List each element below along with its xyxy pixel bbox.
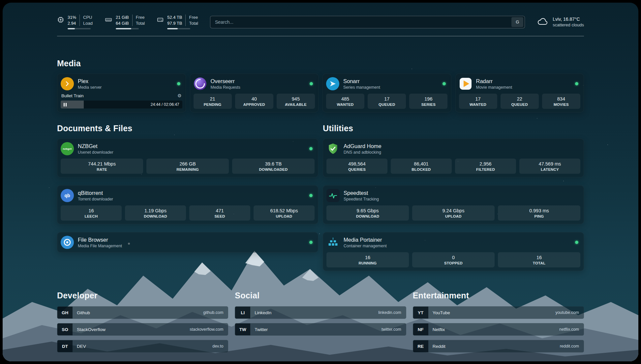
- bookmark-url: dev.to: [212, 340, 228, 352]
- bookmark-url: twitter.com: [382, 323, 406, 335]
- stat-value: 22: [502, 96, 537, 102]
- stat-label: AVAILABLE: [278, 103, 314, 106]
- qbittorrent-icon-text: qb: [64, 193, 70, 198]
- status-dot: [309, 194, 313, 197]
- stat-label: QUEUED: [502, 103, 537, 106]
- bookmark-url: stackoverflow.com: [190, 323, 228, 335]
- topbar-divider: [57, 36, 584, 36]
- plex-card[interactable]: Plex Media server Bullet Train ⚙ 24:44 /…: [57, 74, 186, 112]
- sonarr-card[interactable]: Sonarr Series management 485 WANTED 17 Q…: [322, 74, 451, 112]
- search-box: G: [210, 16, 525, 28]
- adguard-icon: [326, 142, 340, 155]
- stat-value: 471: [191, 208, 249, 213]
- stat-value: 266 GB: [148, 161, 228, 167]
- cpu-usage-bar: [68, 28, 91, 29]
- stat-value: 945: [278, 96, 314, 102]
- utilities-section-title: Utilities: [323, 124, 584, 133]
- app-subtitle: Media server: [78, 85, 102, 90]
- pause-icon[interactable]: [64, 103, 67, 106]
- bookmark-reddit[interactable]: RE Reddit reddit.com: [413, 340, 584, 352]
- documents-column: Documents & Files nzbget NZBGet Usenet d…: [57, 124, 318, 271]
- stat-label: FILTERED: [456, 167, 515, 171]
- gear-icon[interactable]: ⚙: [177, 93, 182, 98]
- speedtest-card[interactable]: Speedtest Speedtest Tracking 9.65 Gbps D…: [323, 185, 584, 224]
- search-input[interactable]: [210, 19, 511, 25]
- stat-value: 9.24 Gbps: [413, 208, 493, 213]
- developer-bookmarks: Developer GH Github github.com SO StackO…: [57, 291, 228, 352]
- system-widgets: 31% 2.94 CPU Load: [57, 15, 198, 29]
- search-engine-button[interactable]: G: [511, 17, 523, 27]
- stat-value: 16: [62, 208, 120, 213]
- status-dot: [309, 147, 313, 150]
- stat-label: SERIES: [411, 103, 446, 106]
- stat-label: RATE: [62, 167, 142, 171]
- app-name: Radarr: [476, 78, 512, 84]
- youtube-icon: YT: [413, 307, 428, 318]
- bookmark-netflix[interactable]: NF Netflix netflix.com: [413, 323, 584, 336]
- stat-value: 196: [411, 96, 446, 102]
- disk-widget: 52.4 TB 97.9 TB Free Total: [157, 15, 198, 29]
- stat-tile: 498,564 QUERIES: [326, 159, 387, 174]
- app-subtitle: Media File Management: [78, 244, 122, 248]
- stat-tile: 16 RUNNING: [326, 252, 409, 267]
- bookmark-name: Netflix: [428, 323, 560, 335]
- stat-value: 16: [328, 255, 408, 260]
- stat-tile: 16 TOTAL: [498, 252, 580, 267]
- bookmark-url: linkedin.com: [378, 307, 406, 318]
- adguard-card[interactable]: AdGuard Home DNS and adblocking 498,564 …: [323, 138, 584, 177]
- qbittorrent-card[interactable]: qb qBittorrent Torrent downloader 16 LEE…: [57, 185, 318, 224]
- nzbget-card[interactable]: nzbget NZBGet Usenet downloader 744.21 M…: [57, 138, 318, 177]
- bookmark-youtube[interactable]: YT YouTube youtube.com: [413, 306, 584, 319]
- stat-value: 16: [499, 255, 579, 260]
- github-icon: GH: [57, 307, 73, 318]
- app-name: Speedtest: [344, 190, 379, 196]
- stat-tile: 0 STOPPED: [412, 252, 495, 267]
- status-dot: [575, 82, 578, 85]
- plex-icon: [61, 77, 74, 90]
- bookmark-name: LinkedIn: [250, 307, 378, 318]
- bookmark-url: netflix.com: [559, 323, 584, 335]
- stat-label: WANTED: [460, 103, 496, 106]
- stat-value: 1.19 Gbps: [126, 208, 185, 213]
- overseerr-card[interactable]: Overseerr Media Requests 21 PENDING 40 A…: [190, 74, 319, 112]
- stat-tile: 22 QUEUED: [501, 94, 539, 109]
- app-subtitle: Container management: [344, 244, 387, 248]
- bookmark-github[interactable]: GH Github github.com: [57, 306, 228, 319]
- stat-value: 39.6 TB: [233, 161, 313, 167]
- filebrowser-card[interactable]: File Browser Media File Management: [57, 232, 318, 253]
- disk-total-value: 97.9 TB: [167, 20, 182, 26]
- bookmark-stackoverflow[interactable]: SO StackOverflow stackoverflow.com: [57, 323, 228, 336]
- stat-label: LATENCY: [521, 167, 579, 171]
- bookmark-twitter[interactable]: TW Twitter twitter.com: [235, 323, 406, 336]
- stat-label: LEECH: [62, 214, 120, 218]
- app-name: Sonarr: [343, 78, 380, 84]
- portainer-card[interactable]: Media Portainer Container management 16 …: [323, 232, 584, 271]
- bookmark-linkedin[interactable]: LI LinkedIn linkedin.com: [235, 306, 406, 319]
- stat-tile: 744.21 Mbps RATE: [61, 159, 143, 174]
- qbittorrent-icon: qb: [61, 189, 74, 202]
- ram-free-value: 21 GiB: [116, 15, 129, 20]
- status-dot: [443, 82, 446, 85]
- entertainment-bookmarks: Entertainment YT YouTube youtube.com NF …: [413, 291, 584, 352]
- cpu-load-label: Load: [83, 20, 93, 26]
- stat-label: QUERIES: [328, 167, 386, 171]
- sonarr-icon: [326, 77, 339, 90]
- reddit-icon: RE: [413, 340, 428, 352]
- bookmark-dev[interactable]: DT DEV dev.to: [57, 340, 228, 352]
- bookmark-name: Twitter: [250, 323, 382, 335]
- cpu-widget: 31% 2.94 CPU Load: [57, 15, 93, 29]
- stat-value: 0: [413, 255, 493, 260]
- bookmark-name: DEV: [73, 340, 212, 352]
- cpu-load-value: 2.94: [68, 20, 76, 26]
- bookmark-name: StackOverflow: [73, 323, 190, 335]
- app-name: File Browser: [78, 237, 122, 243]
- netflix-icon: NF: [413, 323, 428, 335]
- radarr-card[interactable]: Radarr Movie management 17 WANTED 22 QUE…: [455, 74, 584, 112]
- stat-label: REMAINING: [148, 167, 228, 171]
- playback-time: 24:44 / 02:06:47: [151, 102, 182, 107]
- playback-progress-bar[interactable]: 24:44 / 02:06:47: [61, 101, 182, 108]
- stat-value: 17: [460, 96, 496, 102]
- portainer-icon: [326, 236, 340, 249]
- radarr-icon: [459, 77, 472, 90]
- stat-tile: 0.993 ms PING: [498, 205, 580, 221]
